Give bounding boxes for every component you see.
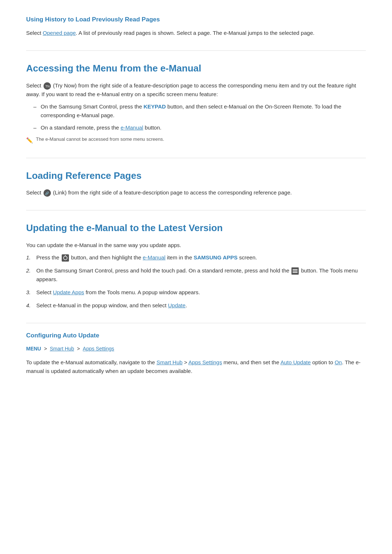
- opened-page-link[interactable]: Opened page: [43, 30, 76, 36]
- step-3-text: Select Update Apps from the Tools menu. …: [36, 288, 200, 297]
- note-text: The e-Manual cannot be accessed from som…: [36, 136, 164, 143]
- updating-emanual-intro: You can update the e-Manual in the same …: [26, 241, 366, 250]
- step-2-text: On the Samsung Smart Control, press and …: [36, 266, 366, 284]
- update-apps-link[interactable]: Update Apps: [53, 289, 84, 295]
- configuring-auto-title: Configuring Auto Update: [26, 331, 366, 340]
- loading-reference-title: Loading Reference Pages: [26, 158, 366, 184]
- configuring-auto-body: To update the e-Manual automatically, na…: [26, 358, 366, 376]
- breadcrumb-apps-settings[interactable]: Apps Settings: [83, 346, 114, 352]
- smarthub-icon: [62, 254, 69, 262]
- emanual-link-step1[interactable]: e-Manual: [143, 254, 166, 260]
- bullet-1: On the Samsung Smart Control, press the …: [33, 102, 366, 120]
- samsung-apps-highlight: SAMSUNG APPS: [193, 254, 237, 260]
- update-step-1: 1. Press the button, and then highlight …: [26, 253, 366, 262]
- step-4-text: Select e-Manual in the popup window, and…: [36, 301, 187, 310]
- accessing-menu-title: Accessing the Menu from the e-Manual: [26, 50, 366, 76]
- try-now-icon: TN: [44, 82, 51, 90]
- svg-text:TN: TN: [45, 85, 50, 88]
- svg-rect-8: [293, 269, 298, 270]
- accessing-menu-section: Accessing the Menu from the e-Manual Sel…: [26, 50, 366, 145]
- keypad-highlight: KEYPAD: [143, 103, 166, 110]
- svg-rect-10: [293, 272, 298, 273]
- pencil-icon: ✏️: [26, 136, 33, 145]
- update-steps-list: 1. Press the button, and then highlight …: [26, 253, 366, 310]
- note-emanual: ✏️ The e-Manual cannot be accessed from …: [26, 136, 366, 145]
- emanual-link-bullet[interactable]: e-Manual: [121, 124, 143, 131]
- svg-rect-9: [293, 271, 298, 271]
- step-num-2: 2.: [26, 266, 36, 275]
- step-num-3: 3.: [26, 288, 36, 297]
- svg-text:🔗: 🔗: [45, 191, 49, 196]
- update-link[interactable]: Update: [168, 302, 185, 308]
- smart-hub-link-body[interactable]: Smart Hub: [156, 359, 183, 365]
- breadcrumb-arrow-2: >: [77, 346, 81, 352]
- updating-emanual-section: Updating the e-Manual to the Latest Vers…: [26, 210, 366, 310]
- history-section: Using History to Load Previously Read Pa…: [26, 15, 366, 37]
- breadcrumb: MENU > Smart Hub > Apps Settings: [26, 345, 366, 353]
- auto-update-link[interactable]: Auto Update: [281, 359, 311, 365]
- tools-icon: [291, 267, 299, 275]
- step-num-1: 1.: [26, 253, 36, 262]
- on-link[interactable]: On: [335, 359, 342, 365]
- configuring-auto-section: Configuring Auto Update MENU > Smart Hub…: [26, 323, 366, 376]
- section-divider: [26, 323, 366, 323]
- updating-emanual-title: Updating the e-Manual to the Latest Vers…: [26, 210, 366, 236]
- apps-settings-link-body[interactable]: Apps Settings: [188, 359, 222, 365]
- history-title: Using History to Load Previously Read Pa…: [26, 15, 366, 24]
- breadcrumb-arrow-1: >: [44, 346, 48, 352]
- loading-reference-body: Select 🔗 (Link) from the right side of a…: [26, 188, 366, 197]
- step-1-text: Press the button, and then highlight the…: [36, 253, 257, 262]
- breadcrumb-smart-hub[interactable]: Smart Hub: [50, 346, 74, 352]
- link-icon: 🔗: [44, 189, 51, 197]
- step-num-4: 4.: [26, 301, 36, 310]
- bullet-2: On a standard remote, press the e-Manual…: [33, 123, 366, 132]
- update-step-3: 3. Select Update Apps from the Tools men…: [26, 288, 366, 297]
- loading-reference-section: Loading Reference Pages Select 🔗 (Link) …: [26, 158, 366, 197]
- accessing-menu-intro: Select TN (Try Now) from the right side …: [26, 81, 366, 99]
- history-body: Select Opened page. A list of previously…: [26, 29, 366, 37]
- breadcrumb-menu[interactable]: MENU: [26, 346, 41, 352]
- accessing-menu-bullets: On the Samsung Smart Control, press the …: [33, 102, 366, 132]
- update-step-2: 2. On the Samsung Smart Control, press a…: [26, 266, 366, 284]
- update-step-4: 4. Select e-Manual in the popup window, …: [26, 301, 366, 310]
